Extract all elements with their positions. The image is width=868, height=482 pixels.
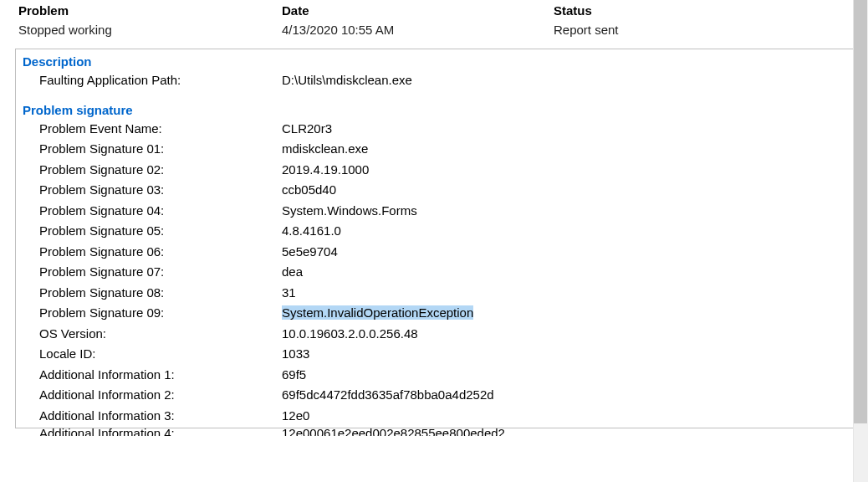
signature-row: Additional Information 2:69f5dc4472fdd36… [23,385,855,406]
signature-row: Problem Event Name:CLR20r3 [23,119,855,140]
signature-row: OS Version:10.0.19603.2.0.0.256.48 [23,324,855,345]
signature-label: Problem Signature 07: [39,263,282,282]
signature-value: 12e0 [282,407,309,426]
signature-row: Problem Signature 06:5e5e9704 [23,242,855,263]
signature-row: Problem Signature 01:mdiskclean.exe [23,139,855,160]
signature-row-cutoff: Additional Information 4: 12e00061e2eed0… [23,426,855,436]
signature-label: Problem Signature 04: [39,202,282,221]
description-row: Faulting Application Path:D:\Utils\mdisk… [23,70,855,91]
signature-row: Additional Information 1:69f5 [23,365,855,386]
signature-value: 69f5dc4472fdd3635af78bba0a4d252d [282,386,494,405]
signature-value: 1033 [282,345,309,364]
signature-label-cutoff: Additional Information 4: [39,427,282,436]
highlighted-value[interactable]: System.InvalidOperationException [282,305,473,320]
section-title-signature: Problem signature [23,103,855,117]
signature-label: Additional Information 2: [39,386,282,405]
summary-date: 4/13/2020 10:55 AM [282,23,554,37]
signature-value: CLR20r3 [282,120,332,139]
signature-label: Problem Event Name: [39,120,282,139]
signature-value: 31 [282,284,296,303]
signature-value: 2019.4.19.1000 [282,161,369,180]
details-panel: Description Faulting Application Path:D:… [15,49,860,428]
signature-value: System.InvalidOperationException [282,304,473,323]
summary-row: Stopped working 4/13/2020 10:55 AM Repor… [7,19,863,49]
signature-value: 4.8.4161.0 [282,222,341,241]
signature-label: Problem Signature 02: [39,161,282,180]
signature-row: Additional Information 3:12e0 [23,406,855,427]
summary-status: Report sent [554,23,856,37]
signature-row: Problem Signature 02:2019.4.19.1000 [23,160,855,181]
signature-row: Problem Signature 03:ccb05d40 [23,180,855,201]
signature-row: Problem Signature 08:31 [23,283,855,304]
description-label: Faulting Application Path: [39,71,282,90]
signature-value-cutoff: 12e00061e2eed002e82855ee800eded2 [282,427,505,436]
signature-value: System.Windows.Forms [282,202,417,221]
signature-label: Problem Signature 03: [39,181,282,200]
signature-row: Problem Signature 07:dea [23,262,855,283]
header-problem: Problem [18,3,282,18]
signature-value: ccb05d40 [282,181,336,200]
scrollbar-thumb[interactable] [854,0,867,423]
description-value: D:\Utils\mdiskclean.exe [282,71,412,90]
header-date: Date [282,3,554,18]
signature-row: Problem Signature 09:System.InvalidOpera… [23,303,855,324]
signature-label: Problem Signature 09: [39,304,282,323]
signature-label: Problem Signature 06: [39,243,282,262]
signature-label: Additional Information 1: [39,366,282,385]
signature-label: Additional Information 3: [39,407,282,426]
signature-label: Problem Signature 01: [39,140,282,159]
signature-value: dea [282,263,303,282]
vertical-scrollbar[interactable] [853,0,868,482]
signature-row: Problem Signature 04:System.Windows.Form… [23,201,855,222]
signature-label: Problem Signature 08: [39,284,282,303]
section-title-description: Description [23,54,855,69]
signature-value: 69f5 [282,366,306,385]
signature-label: Problem Signature 05: [39,222,282,241]
signature-value: 5e5e9704 [282,243,338,262]
signature-label: OS Version: [39,325,282,344]
summary-problem: Stopped working [18,23,282,37]
column-headers: Problem Date Status [7,0,863,19]
signature-label: Locale ID: [39,345,282,364]
signature-value: 10.0.19603.2.0.0.256.48 [282,325,418,344]
signature-value: mdiskclean.exe [282,140,368,159]
header-status: Status [554,3,856,18]
signature-row: Problem Signature 05:4.8.4161.0 [23,221,855,242]
signature-row: Locale ID:1033 [23,344,855,365]
